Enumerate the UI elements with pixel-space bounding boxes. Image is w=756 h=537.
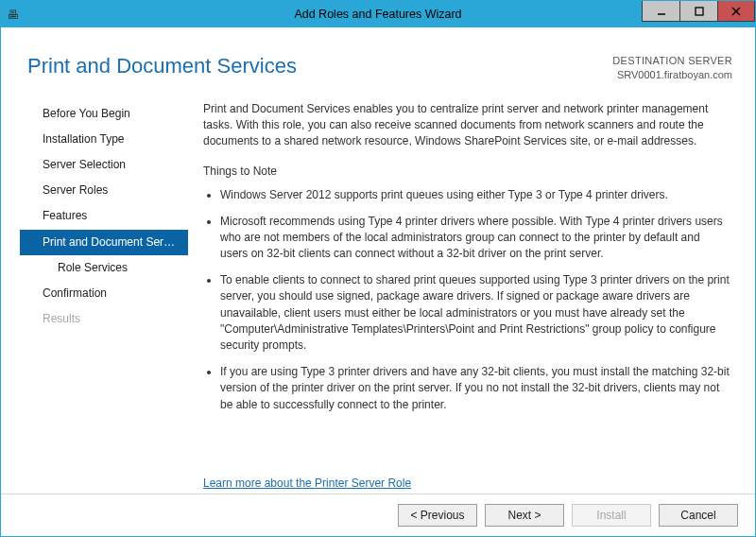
note-bullet-3: If you are using Type 3 printer drivers … [220, 364, 730, 413]
titlebar: 🖶 Add Roles and Features Wizard [1, 1, 755, 27]
close-button[interactable] [717, 1, 755, 22]
learn-more-link[interactable]: Learn more about the Printer Server Role [203, 476, 411, 492]
note-bullet-2: To enable clients to connect to shared p… [220, 272, 730, 355]
body: Before You BeginInstallation TypeServer … [1, 90, 755, 494]
wizard-window: 🖶 Add Roles and Features Wizard Print an… [0, 0, 756, 537]
nav-item-6[interactable]: Role Services [20, 255, 188, 281]
note-bullet-0: Windows Server 2012 supports print queue… [220, 187, 730, 203]
nav-item-1[interactable]: Installation Type [20, 127, 188, 152]
install-button: Install [572, 504, 651, 527]
nav-item-4[interactable]: Features [20, 203, 188, 229]
minimize-button[interactable] [642, 1, 679, 22]
maximize-button[interactable] [679, 1, 717, 22]
app-icon: 🖶 [1, 8, 24, 22]
svg-rect-1 [696, 8, 703, 15]
nav-item-0[interactable]: Before You Begin [20, 101, 188, 127]
cancel-button[interactable]: Cancel [659, 504, 738, 527]
window-buttons [642, 1, 755, 27]
next-button[interactable]: Next > [485, 504, 564, 527]
nav-item-3[interactable]: Server Roles [20, 178, 188, 203]
content-pane: Print and Document Services enables you … [188, 92, 736, 494]
nav-item-5[interactable]: Print and Document Servi... [20, 230, 188, 255]
footer: < Previous Next > Install Cancel [1, 494, 755, 536]
note-bullet-1: Microsoft recommends using Type 4 printe… [220, 214, 730, 263]
notes-list: Windows Server 2012 supports print queue… [203, 187, 730, 413]
page-title: Print and Document Services [27, 54, 297, 78]
destination-server-block: DESTINATION SERVER SRV0001.firatboyan.co… [612, 54, 732, 82]
wizard-nav: Before You BeginInstallation TypeServer … [20, 92, 188, 494]
destination-server-value: SRV0001.firatboyan.com [612, 68, 732, 82]
header: Print and Document Services DESTINATION … [1, 27, 755, 90]
nav-item-8: Results [20, 306, 188, 332]
nav-item-7[interactable]: Confirmation [20, 281, 188, 306]
destination-server-label: DESTINATION SERVER [612, 54, 732, 68]
things-to-note-heading: Things to Note [203, 164, 730, 180]
nav-item-2[interactable]: Server Selection [20, 152, 188, 178]
previous-button[interactable]: < Previous [398, 504, 477, 527]
intro-text: Print and Document Services enables you … [203, 101, 730, 150]
